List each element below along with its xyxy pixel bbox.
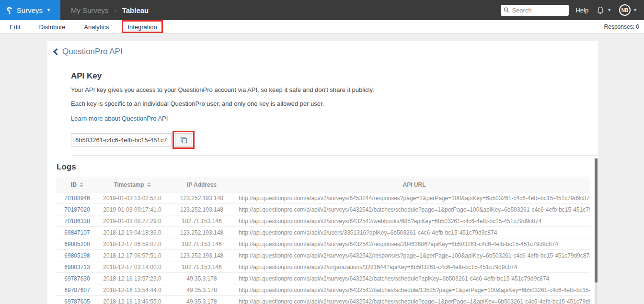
annotation-box-copy-button <box>172 131 195 149</box>
log-ip-cell: 49.35.3.178 <box>166 284 238 296</box>
log-url-cell: http://api.questionpro.com/a/api/v2/surv… <box>238 273 590 284</box>
log-ip-cell: 49.35.3.178 <box>166 296 238 304</box>
vertical-scrollbar-thumb[interactable] <box>595 158 598 282</box>
vertical-scrollbar-track[interactable] <box>595 158 598 304</box>
chevron-down-icon: ▼ <box>633 8 637 12</box>
breadcrumb: My Surveys › Tableau <box>71 6 149 14</box>
column-header-timestamp: Timestamp <box>99 177 166 192</box>
column-header-ip-address: IP Address <box>166 177 238 192</box>
log-timestamp-cell: 2018-12-16 13:54:44.0 <box>99 284 166 296</box>
tab-edit[interactable]: Edit <box>7 20 23 34</box>
logs-table-header-row: ID Timestamp IP Address API URL <box>56 177 590 192</box>
column-header-api-url: API URL <box>238 177 590 192</box>
log-ip-cell: 123.252.193.148 <box>166 250 238 261</box>
log-table-row: 70186338 2019-01-03 08:27:29.0 182.71.15… <box>56 215 590 227</box>
api-key-description-1: Your API key gives you access to your Qu… <box>71 86 598 93</box>
log-ip-cell: 123.252.193.148 <box>166 204 238 215</box>
tab-distribute[interactable]: Distribute <box>36 20 68 34</box>
log-id-cell: 70187020 <box>56 204 99 215</box>
log-ip-cell: 182.71.153.146 <box>166 238 238 250</box>
notifications-menu[interactable]: ▼ <box>596 6 611 15</box>
log-id-cell: 69805200 <box>56 238 99 250</box>
api-key-heading: API Key <box>71 71 598 81</box>
log-url-cell: http://api.questionpro.com/a/api/v2/surv… <box>238 250 590 261</box>
log-ip-cell: 182.71.153.146 <box>166 261 238 273</box>
page-title: QuestionPro API <box>62 47 123 56</box>
breadcrumb-current-survey: Tableau <box>122 6 149 14</box>
log-timestamp-cell: 2018-12-17 03:14:00.0 <box>99 261 166 273</box>
breadcrumb-my-surveys[interactable]: My Surveys <box>71 6 108 14</box>
log-table-row: 70187020 2019-01-03 09:17:41.0 123.252.1… <box>56 204 590 215</box>
log-ip-cell: 123.252.193.148 <box>166 227 238 238</box>
log-timestamp-cell: 2018-12-17 06:57:51.0 <box>99 250 166 261</box>
log-timestamp-cell: 2018-12-16 13:57:23.0 <box>99 273 166 284</box>
api-key-section: API Key Your API key gives you access to… <box>47 63 598 156</box>
tab-analytics[interactable]: Analytics <box>81 20 112 34</box>
log-timestamp-cell: 2018-12-17 06:59:07.0 <box>99 238 166 250</box>
log-id-cell: 69787605 <box>56 296 99 304</box>
log-table-row: 69787605 2018-12-16 13:46:55.0 49.35.3.1… <box>56 296 590 304</box>
survey-tabbar: Edit Distribute Analytics Integration Re… <box>0 20 644 34</box>
help-link[interactable]: Help <box>575 7 588 14</box>
log-table-row: 69805200 2018-12-17 06:59:07.0 182.71.15… <box>56 238 590 250</box>
log-table-row: 69787607 2018-12-16 13:54:44.0 49.35.3.1… <box>56 284 590 296</box>
bell-icon <box>596 6 605 15</box>
questionpro-logo-icon: ? <box>6 5 12 15</box>
chevron-down-icon: ▼ <box>607 8 611 12</box>
log-id-cell: 69805198 <box>56 250 99 261</box>
content-panel: QuestionPro API API Key Your API key giv… <box>47 41 598 304</box>
search-box[interactable] <box>501 5 569 16</box>
log-url-cell: http://api.questionpro.com/a/api/v2/orga… <box>238 261 590 273</box>
log-ip-cell: 123.252.193.148 <box>166 192 238 204</box>
product-menu[interactable]: ? Surveys ▼ <box>0 0 60 20</box>
log-url-cell: http://api.questionpro.com/a/api/v2/surv… <box>238 215 590 227</box>
log-table-row: 70188946 2019-01-03 13:02:52.0 123.252.1… <box>56 192 590 204</box>
log-url-cell: http://api.questionpro.com/a/api/v2/surv… <box>238 296 590 304</box>
product-menu-label: Surveys <box>17 6 43 14</box>
logs-table-body: 70188946 2019-01-03 13:02:52.0 123.252.1… <box>56 192 590 304</box>
log-id-cell: 69787607 <box>56 284 99 296</box>
logs-section: Logs ID Timestamp IP Address API URL 701… <box>47 156 598 304</box>
log-ip-cell: 49.35.3.178 <box>166 273 238 284</box>
copy-api-key-button[interactable] <box>175 133 192 146</box>
avatar: NB <box>619 4 631 16</box>
log-table-row: 69805198 2018-12-17 06:57:51.0 123.252.1… <box>56 250 590 261</box>
log-timestamp-cell: 2019-01-03 13:02:52.0 <box>99 192 166 204</box>
log-timestamp-cell: 2019-01-03 08:27:29.0 <box>99 215 166 227</box>
log-url-cell: http://api.questionpro.com/a/api/v2/user… <box>238 227 590 238</box>
account-menu[interactable]: NB ▼ <box>619 4 637 16</box>
log-id-cell: 69803713 <box>56 261 99 273</box>
search-input[interactable] <box>512 7 566 14</box>
top-navbar: ? Surveys ▼ My Surveys › Tableau Help ▼ … <box>0 0 644 20</box>
log-id-cell: 70186338 <box>56 215 99 227</box>
log-table-row: 69847107 2018-12-19 04:18:36.0 123.252.1… <box>56 227 590 238</box>
log-url-cell: http://api.questionpro.com/a/api/v2/surv… <box>238 192 590 204</box>
log-id-cell: 69847107 <box>56 227 99 238</box>
logs-heading: Logs <box>57 162 590 172</box>
chevron-left-icon <box>53 48 58 55</box>
log-url-cell: http://api.questionpro.com/a/api/v2/surv… <box>238 238 590 250</box>
log-table-row: 69803713 2018-12-17 03:14:00.0 182.71.15… <box>56 261 590 273</box>
log-timestamp-cell: 2018-12-19 04:18:36.0 <box>99 227 166 238</box>
sort-icon[interactable] <box>147 182 151 187</box>
sort-icon[interactable] <box>80 182 83 187</box>
logs-table: ID Timestamp IP Address API URL 70188946… <box>56 177 590 304</box>
api-key-input[interactable] <box>71 133 172 146</box>
responses-count: Responses: 0 <box>604 23 639 30</box>
log-ip-cell: 182.71.153.146 <box>166 215 238 227</box>
search-icon <box>504 7 509 13</box>
copy-icon <box>180 136 187 144</box>
breadcrumb-separator-icon: › <box>114 7 116 14</box>
log-table-row: 69787630 2018-12-16 13:57:23.0 49.35.3.1… <box>56 273 590 284</box>
column-header-id: ID <box>56 177 99 192</box>
log-id-cell: 69787630 <box>56 273 99 284</box>
tab-integration[interactable]: Integration <box>125 20 160 34</box>
api-key-description-2: Each key is specific to an individual Qu… <box>71 100 598 107</box>
log-timestamp-cell: 2019-01-03 09:17:41.0 <box>99 204 166 215</box>
log-timestamp-cell: 2018-12-16 13:46:55.0 <box>99 296 166 304</box>
back-to-questionpro-api[interactable]: QuestionPro API <box>47 41 598 63</box>
learn-more-link[interactable]: Learn more about QuestionPro API <box>71 115 168 122</box>
log-url-cell: http://api.questionpro.com/a/api/v2/surv… <box>238 284 590 296</box>
log-url-cell: http://api.questionpro.com/a/api/v2/surv… <box>238 204 590 215</box>
log-id-cell: 70188946 <box>56 192 99 204</box>
